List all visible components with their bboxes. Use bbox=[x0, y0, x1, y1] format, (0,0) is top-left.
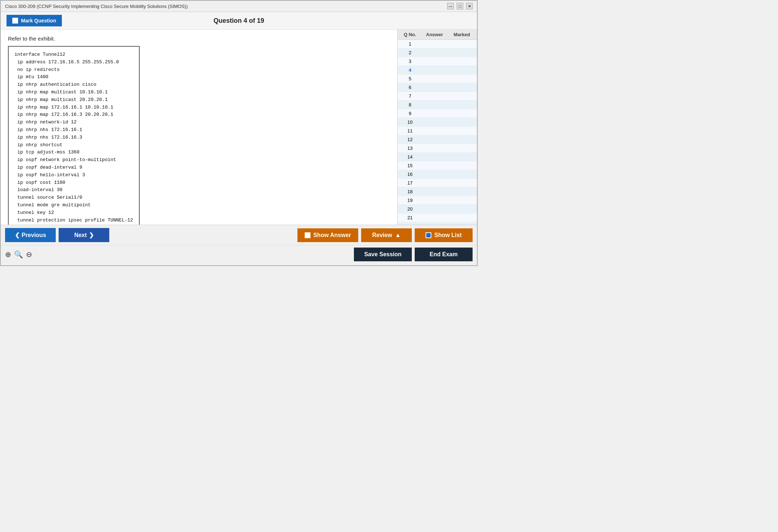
question-list[interactable]: 1234567891011121314151617181920212223242… bbox=[398, 40, 477, 225]
question-row[interactable]: 8 bbox=[398, 101, 477, 109]
question-row[interactable]: 5 bbox=[398, 75, 477, 83]
q-answer bbox=[421, 215, 448, 221]
bottom-actions: ⊕ 🔍 ⊖ Save Session End Exam bbox=[1, 245, 477, 263]
question-row[interactable]: 15 bbox=[398, 161, 477, 170]
mark-question-label: Mark Question bbox=[21, 18, 56, 24]
q-marked bbox=[448, 189, 476, 195]
q-marked bbox=[448, 223, 476, 225]
title-bar: Cisco 300-209 (CCNP Security Implementin… bbox=[1, 1, 477, 12]
q-number: 12 bbox=[399, 136, 421, 143]
previous-button[interactable]: ❮ Previous bbox=[5, 228, 56, 242]
q-marked bbox=[448, 180, 476, 186]
question-row[interactable]: 1 bbox=[398, 40, 477, 48]
question-title: Question 4 of 19 bbox=[213, 17, 264, 25]
question-row[interactable]: 10 bbox=[398, 118, 477, 127]
q-marked bbox=[448, 171, 476, 177]
question-row[interactable]: 13 bbox=[398, 144, 477, 153]
q-marked bbox=[448, 162, 476, 169]
q-answer bbox=[421, 67, 448, 73]
question-row[interactable]: 9 bbox=[398, 109, 477, 118]
question-area: Refer to the exhibit. interface Tunnel12… bbox=[1, 30, 397, 225]
question-row[interactable]: 21 bbox=[398, 214, 477, 222]
question-row[interactable]: 19 bbox=[398, 196, 477, 205]
header: Mark Question Question 4 of 19 bbox=[1, 12, 477, 30]
q-number: 22 bbox=[399, 223, 421, 225]
show-list-check-icon bbox=[426, 232, 431, 238]
q-marked bbox=[448, 215, 476, 221]
q-answer bbox=[421, 110, 448, 117]
question-row[interactable]: 18 bbox=[398, 187, 477, 196]
q-number: 20 bbox=[399, 206, 421, 212]
q-number: 9 bbox=[399, 110, 421, 117]
maximize-button[interactable]: □ bbox=[457, 3, 463, 9]
q-number: 10 bbox=[399, 119, 421, 125]
next-arrow-icon: ❯ bbox=[89, 232, 94, 238]
question-row[interactable]: 22 bbox=[398, 222, 477, 225]
q-answer bbox=[421, 162, 448, 169]
q-marked bbox=[448, 76, 476, 82]
zoom-reset-button[interactable]: 🔍 bbox=[14, 250, 23, 259]
q-answer bbox=[421, 119, 448, 125]
question-row[interactable]: 7 bbox=[398, 92, 477, 101]
q-marked bbox=[448, 84, 476, 90]
show-list-button[interactable]: Show List bbox=[415, 228, 473, 242]
question-row[interactable]: 2 bbox=[398, 48, 477, 57]
q-answer bbox=[421, 180, 448, 186]
question-row[interactable]: 16 bbox=[398, 170, 477, 179]
q-number: 21 bbox=[399, 215, 421, 221]
question-row[interactable]: 6 bbox=[398, 83, 477, 92]
question-row[interactable]: 4 bbox=[398, 66, 477, 75]
next-label: Next bbox=[74, 232, 87, 238]
q-marked bbox=[448, 197, 476, 203]
code-block: interface Tunnel12 ip address 172.16.16.… bbox=[8, 46, 140, 225]
review-button[interactable]: Review ▲ bbox=[361, 228, 412, 242]
question-row[interactable]: 3 bbox=[398, 57, 477, 66]
zoom-out-button[interactable]: ⊖ bbox=[26, 250, 32, 259]
q-number: 8 bbox=[399, 102, 421, 108]
q-answer bbox=[421, 136, 448, 143]
q-marked bbox=[448, 41, 476, 47]
q-number: 7 bbox=[399, 93, 421, 99]
q-number: 16 bbox=[399, 171, 421, 177]
q-answer bbox=[421, 102, 448, 108]
q-number: 6 bbox=[399, 84, 421, 90]
end-exam-button[interactable]: End Exam bbox=[415, 248, 473, 261]
q-number: 5 bbox=[399, 76, 421, 82]
window-controls: — □ ✕ bbox=[447, 3, 473, 9]
q-number: 3 bbox=[399, 58, 421, 64]
q-answer bbox=[421, 50, 448, 56]
q-marked bbox=[448, 110, 476, 117]
col-answer: Answer bbox=[421, 32, 448, 37]
review-label: Review bbox=[372, 232, 392, 238]
minimize-button[interactable]: — bbox=[447, 3, 454, 9]
q-number: 11 bbox=[399, 128, 421, 134]
q-marked bbox=[448, 102, 476, 108]
q-number: 15 bbox=[399, 162, 421, 169]
question-row[interactable]: 20 bbox=[398, 205, 477, 214]
close-button[interactable]: ✕ bbox=[466, 3, 473, 9]
q-number: 14 bbox=[399, 154, 421, 160]
right-panel: Q No. Answer Marked 12345678910111213141… bbox=[397, 30, 477, 225]
q-marked bbox=[448, 58, 476, 64]
save-session-button[interactable]: Save Session bbox=[354, 248, 412, 261]
q-answer bbox=[421, 145, 448, 151]
q-number: 1 bbox=[399, 41, 421, 47]
q-answer bbox=[421, 93, 448, 99]
zoom-in-button[interactable]: ⊕ bbox=[5, 250, 11, 259]
q-number: 2 bbox=[399, 50, 421, 56]
question-row[interactable]: 17 bbox=[398, 179, 477, 187]
q-number: 19 bbox=[399, 197, 421, 203]
col-qno: Q No. bbox=[399, 32, 421, 37]
right-panel-header: Q No. Answer Marked bbox=[398, 30, 477, 40]
q-answer bbox=[421, 154, 448, 160]
show-list-label: Show List bbox=[434, 232, 462, 238]
q-answer bbox=[421, 223, 448, 225]
show-answer-button[interactable]: Show Answer bbox=[297, 228, 358, 242]
next-button[interactable]: Next ❯ bbox=[59, 228, 109, 242]
mark-question-button[interactable]: Mark Question bbox=[7, 15, 62, 26]
q-answer bbox=[421, 189, 448, 195]
question-row[interactable]: 12 bbox=[398, 135, 477, 144]
question-row[interactable]: 14 bbox=[398, 153, 477, 161]
bottom-nav: ❮ Previous Next ❯ Show Answer Review ▲ S… bbox=[1, 225, 477, 245]
question-row[interactable]: 11 bbox=[398, 127, 477, 135]
